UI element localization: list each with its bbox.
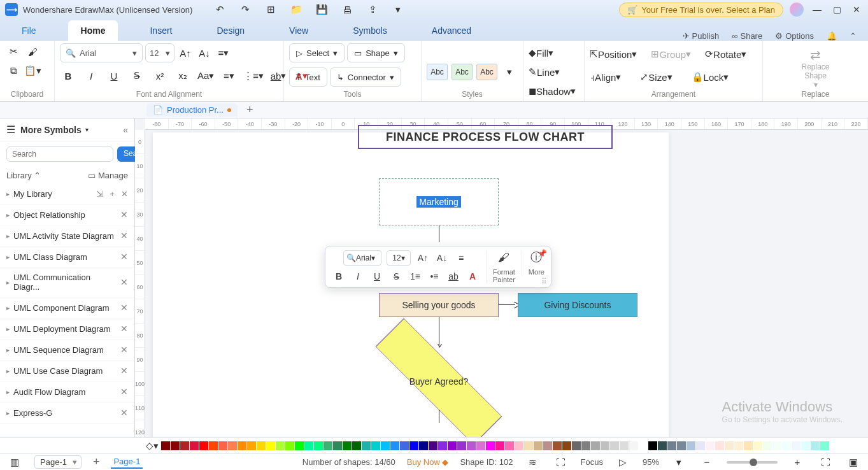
superscript-icon[interactable]: x² xyxy=(152,68,168,84)
present-icon[interactable]: ▷ xyxy=(615,454,631,471)
strike-icon[interactable]: S̶ xyxy=(129,68,145,84)
fill-button[interactable]: ◆ Fill ▾ xyxy=(529,45,553,61)
color-swatch[interactable] xyxy=(562,441,571,450)
color-swatch[interactable] xyxy=(581,441,590,450)
tab-advanced[interactable]: Advanced xyxy=(419,20,484,41)
color-swatch[interactable] xyxy=(782,441,791,450)
color-swatch[interactable] xyxy=(620,441,629,450)
replace-shape-button[interactable]: ⇄ Replace Shape ▾ xyxy=(793,43,838,89)
font-combo[interactable]: 🔍 Arial▾ xyxy=(60,43,143,62)
search-input[interactable] xyxy=(6,146,113,162)
color-swatch[interactable] xyxy=(467,441,476,450)
plus-icon[interactable]: + xyxy=(110,189,115,199)
color-swatch[interactable] xyxy=(476,441,485,450)
mini-grow-font-icon[interactable]: A↑ xyxy=(416,251,430,265)
color-swatch[interactable] xyxy=(409,441,418,450)
align-dropdown-icon[interactable]: ≡▾ xyxy=(215,45,232,61)
color-swatch[interactable] xyxy=(486,441,495,450)
paste-icon[interactable]: 📋▾ xyxy=(24,62,41,79)
position-button[interactable]: ⇱ Position▾ xyxy=(590,46,637,62)
maximize-icon[interactable]: ▢ xyxy=(830,4,844,15)
copy-icon[interactable]: ⧉ xyxy=(5,62,22,79)
color-swatch[interactable] xyxy=(811,441,820,450)
color-swatch[interactable] xyxy=(257,441,266,450)
undo-icon[interactable]: ↶ xyxy=(211,1,228,18)
color-swatch[interactable] xyxy=(352,441,361,450)
color-swatch[interactable] xyxy=(696,441,705,450)
color-swatch[interactable] xyxy=(171,441,180,450)
tab-view[interactable]: View xyxy=(276,20,321,41)
page-combo[interactable]: Page-1 xyxy=(34,455,82,469)
color-swatch[interactable] xyxy=(209,441,218,450)
minimize-icon[interactable]: — xyxy=(810,4,824,15)
close-icon[interactable]: ✕ xyxy=(120,345,128,355)
mini-shrink-font-icon[interactable]: A↓ xyxy=(435,251,449,265)
trial-banner[interactable]: 🛒 Your Free Trial is over. Select a Plan xyxy=(619,3,783,17)
color-swatch[interactable] xyxy=(639,441,648,450)
fit-page-icon[interactable]: ⛶ xyxy=(817,454,834,471)
node-selling[interactable]: Selling your goods xyxy=(379,293,499,317)
color-swatch[interactable] xyxy=(199,441,208,450)
connector-button[interactable]: ↳ Connector ▾ xyxy=(330,68,401,87)
close-icon[interactable]: ✕ xyxy=(121,189,128,199)
shrink-font-icon[interactable]: A↓ xyxy=(196,45,213,61)
color-swatch[interactable] xyxy=(295,441,304,450)
color-swatch[interactable] xyxy=(180,441,189,450)
chevron-down-icon[interactable]: ▾ xyxy=(85,126,89,133)
export-icon[interactable]: ⇪ xyxy=(364,1,381,18)
close-icon[interactable]: ✕ xyxy=(120,231,128,241)
color-swatch[interactable] xyxy=(648,441,657,450)
color-swatch[interactable] xyxy=(658,441,667,450)
underline-icon[interactable]: U xyxy=(106,68,122,84)
list-item[interactable]: ▸UML Activity State Diagram✕ xyxy=(0,225,134,246)
color-swatch[interactable] xyxy=(534,441,543,450)
italic-icon[interactable]: I xyxy=(83,68,99,84)
options-button[interactable]: ⚙ Options xyxy=(775,31,814,41)
color-swatch[interactable] xyxy=(238,441,246,450)
color-swatch[interactable] xyxy=(381,441,390,450)
close-icon[interactable]: ✕ xyxy=(120,408,128,418)
close-icon[interactable]: ✕ xyxy=(120,303,128,313)
bold-icon[interactable]: B xyxy=(60,68,76,84)
select-button[interactable]: ▷ Select ▾ xyxy=(289,43,345,62)
color-swatch[interactable] xyxy=(362,441,371,450)
group-button[interactable]: ⊞ Group▾ xyxy=(651,46,691,62)
color-swatch[interactable] xyxy=(753,441,762,450)
color-swatch[interactable] xyxy=(677,441,686,450)
color-swatch[interactable] xyxy=(801,441,810,450)
list-item[interactable]: ▸Express-G✕ xyxy=(0,402,134,424)
color-swatch[interactable] xyxy=(314,441,323,450)
close-icon[interactable]: ✕ xyxy=(120,252,128,262)
hamburger-icon[interactable]: ☰ xyxy=(6,124,15,136)
align-button[interactable]: ⫞ Align▾ xyxy=(590,69,621,85)
color-swatch[interactable] xyxy=(228,441,237,450)
mini-strike-icon[interactable]: S̶ xyxy=(389,269,403,283)
page-tab-active[interactable]: Page-1 xyxy=(111,455,143,469)
open-icon[interactable]: 📁 xyxy=(288,1,304,18)
color-swatch[interactable] xyxy=(333,441,342,450)
color-swatch[interactable] xyxy=(543,441,552,450)
collapse-ribbon-icon[interactable]: ⌃ xyxy=(850,31,857,41)
list-item[interactable]: ▸UML Deployment Diagram✕ xyxy=(0,318,134,339)
format-painter-icon[interactable]: 🖌 xyxy=(497,250,511,264)
tab-design[interactable]: Design xyxy=(204,20,257,41)
zoom-dropdown-icon[interactable]: ▾ xyxy=(671,454,687,471)
color-swatch[interactable] xyxy=(247,441,256,450)
focus-icon[interactable]: ⛶ xyxy=(553,454,569,471)
connector[interactable] xyxy=(499,304,515,305)
save-icon[interactable]: 💾 xyxy=(313,1,330,18)
list-item[interactable]: ▸UML Sequence Diagram✕ xyxy=(0,339,134,360)
add-page-button[interactable]: + xyxy=(93,455,100,469)
case-icon[interactable]: Aa▾ xyxy=(197,68,214,84)
color-swatch[interactable] xyxy=(438,441,447,450)
grow-font-icon[interactable]: A↑ xyxy=(177,45,194,61)
color-dropper-icon[interactable]: ◇▾ xyxy=(144,438,160,454)
pin-icon[interactable]: 📌 xyxy=(537,249,547,258)
publish-button[interactable]: ✈ Publish xyxy=(683,31,720,41)
mini-italic-icon[interactable]: I xyxy=(351,269,365,283)
color-swatch[interactable] xyxy=(371,441,380,450)
zoom-in-icon[interactable]: + xyxy=(789,454,806,471)
color-swatch[interactable] xyxy=(400,441,409,450)
color-swatch[interactable] xyxy=(495,441,504,450)
color-swatch[interactable] xyxy=(553,441,562,450)
